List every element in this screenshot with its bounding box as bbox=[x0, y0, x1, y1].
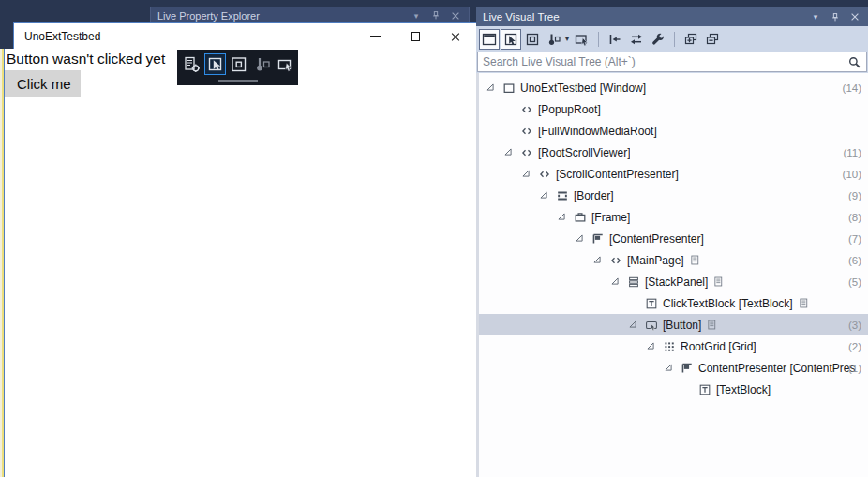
xml-element-icon bbox=[608, 253, 623, 268]
search-icon[interactable] bbox=[847, 55, 866, 69]
presenter-element-icon bbox=[591, 231, 606, 246]
window-position-caret-icon[interactable]: ▾ bbox=[810, 10, 821, 23]
preview-selection-icon[interactable] bbox=[275, 53, 296, 75]
tree-node-label: UnoExtTestbed [Window] bbox=[520, 82, 646, 95]
tree-row[interactable]: [MainPage](6) bbox=[479, 249, 868, 271]
tree-row[interactable]: [ContentPresenter](7) bbox=[479, 228, 868, 249]
toolbar-separator bbox=[598, 32, 599, 47]
go-to-live-visual-tree-icon[interactable] bbox=[181, 53, 202, 75]
expander-icon[interactable] bbox=[485, 82, 501, 95]
close-icon[interactable] bbox=[849, 10, 861, 23]
tree-node-label: [PopupRoot] bbox=[538, 103, 601, 116]
preview-selection-icon[interactable] bbox=[572, 29, 592, 50]
tree-row[interactable]: [PopupRoot] bbox=[479, 98, 868, 120]
dropdown-caret-icon[interactable]: ▾ bbox=[565, 35, 569, 43]
source-document-icon[interactable] bbox=[798, 297, 810, 309]
tree-node-label: ContentPresenter [ContentPres bbox=[698, 362, 855, 375]
visual-tree-list: UnoExtTestbed [Window](14)[PopupRoot][Fu… bbox=[476, 73, 868, 477]
expander-icon[interactable] bbox=[538, 189, 555, 202]
descendant-count: (11) bbox=[843, 147, 861, 158]
tree-node-label: [ScrollContentPresenter] bbox=[556, 168, 679, 181]
live-visual-tree-titlebar[interactable]: Live Visual Tree ▾ bbox=[476, 7, 868, 26]
app-window-titlebar[interactable]: UnoExtTestbed bbox=[13, 22, 477, 50]
close-icon[interactable] bbox=[450, 9, 461, 22]
tree-row[interactable]: [ScrollContentPresenter](10) bbox=[479, 163, 868, 185]
tree-row[interactable]: [TextBlock] bbox=[479, 379, 868, 400]
expander-icon[interactable] bbox=[520, 168, 537, 181]
descendant-count: (14) bbox=[843, 82, 861, 94]
window-position-caret-icon[interactable]: ▾ bbox=[411, 9, 422, 22]
enable-selection-icon[interactable] bbox=[204, 53, 226, 75]
expander-icon[interactable] bbox=[502, 146, 519, 159]
pin-icon[interactable] bbox=[430, 9, 441, 22]
enable-selection-icon[interactable] bbox=[501, 29, 521, 50]
descendant-count: (6) bbox=[848, 255, 861, 266]
pin-icon[interactable] bbox=[830, 10, 841, 23]
collapse-all-icon[interactable] bbox=[605, 29, 625, 50]
frame-element-icon bbox=[573, 210, 588, 225]
new-window-icon[interactable] bbox=[681, 29, 701, 50]
expander-spacer bbox=[502, 103, 519, 116]
tree-row[interactable]: [FullWindowMediaRoot] bbox=[479, 120, 868, 142]
in-app-debug-toolbar bbox=[177, 50, 298, 85]
tree-row[interactable]: [Border](9) bbox=[479, 185, 868, 206]
debug-toolbar-grip[interactable] bbox=[218, 80, 258, 82]
window-element-icon bbox=[501, 81, 516, 96]
tree-node-label: RootGrid [Grid] bbox=[681, 340, 756, 353]
tree-row[interactable]: [RootScrollViewer](11) bbox=[479, 142, 868, 163]
live-property-explorer-panel: Live Property Explorer ▾ bbox=[150, 7, 470, 23]
live-visual-tree-panel: Live Visual Tree ▾ ▾ Search Live Visual … bbox=[476, 7, 868, 477]
tree-row[interactable]: [Button](3) bbox=[479, 314, 868, 335]
tree-row[interactable]: UnoExtTestbed [Window](14) bbox=[479, 77, 868, 98]
expander-icon[interactable] bbox=[627, 319, 644, 332]
button-element-icon bbox=[644, 318, 659, 333]
search-input[interactable]: Search Live Visual Tree (Alt+`) bbox=[478, 55, 847, 68]
expander-icon[interactable] bbox=[556, 211, 573, 224]
show-app-preview-icon[interactable] bbox=[479, 29, 500, 50]
expander-icon[interactable] bbox=[609, 276, 626, 289]
display-layout-adorners-icon[interactable] bbox=[522, 29, 543, 50]
minimize-icon bbox=[370, 36, 381, 37]
minimize-button[interactable] bbox=[369, 31, 381, 42]
tree-row[interactable]: ClickTextBlock [TextBlock] bbox=[479, 292, 868, 314]
presenter-element-icon bbox=[680, 361, 695, 376]
tree-row[interactable]: ContentPresenter [ContentPres(1) bbox=[479, 357, 868, 379]
live-property-explorer-title: Live Property Explorer bbox=[151, 10, 411, 22]
descendant-count: (7) bbox=[848, 233, 861, 245]
source-document-icon[interactable] bbox=[706, 319, 718, 331]
border-element-icon bbox=[555, 188, 570, 203]
descendant-count: (8) bbox=[848, 212, 861, 223]
app-window: Button wasn't clicked yet Click me bbox=[4, 49, 477, 477]
vs-debug-screen: Live Property Explorer ▾ UnoExtTestbed B… bbox=[0, 0, 868, 477]
refresh-icon[interactable] bbox=[626, 29, 647, 50]
app-window-title: UnoExtTestbed bbox=[14, 30, 369, 43]
search-box[interactable]: Search Live Visual Tree (Alt+`) bbox=[477, 52, 867, 72]
maximize-button[interactable] bbox=[410, 31, 421, 42]
tree-node-label: [Button] bbox=[663, 319, 701, 332]
xml-element-icon bbox=[519, 145, 534, 160]
expander-spacer bbox=[627, 297, 644, 310]
expander-icon[interactable] bbox=[645, 340, 662, 353]
click-status-textblock: Button wasn't clicked yet bbox=[7, 51, 165, 67]
remove-window-icon[interactable] bbox=[702, 29, 723, 50]
xml-element-icon bbox=[519, 124, 534, 139]
live-visual-tree-title: Live Visual Tree bbox=[476, 11, 810, 22]
track-focused-element-icon[interactable] bbox=[544, 29, 564, 50]
expander-icon[interactable] bbox=[591, 254, 608, 267]
source-document-icon[interactable] bbox=[712, 276, 725, 288]
expander-icon[interactable] bbox=[663, 362, 680, 375]
tree-node-label: [RootScrollViewer] bbox=[538, 146, 630, 159]
display-layout-adorners-icon[interactable] bbox=[228, 53, 249, 75]
track-focused-element-icon[interactable] bbox=[251, 53, 273, 75]
click-me-button[interactable]: Click me bbox=[5, 70, 81, 97]
tree-row[interactable]: [Frame](8) bbox=[479, 206, 868, 228]
settings-wrench-icon[interactable] bbox=[648, 29, 668, 50]
tree-node-label: [StackPanel] bbox=[645, 276, 708, 289]
maximize-icon bbox=[411, 32, 420, 41]
source-document-icon[interactable] bbox=[689, 254, 701, 266]
tree-row[interactable]: [StackPanel](5) bbox=[479, 271, 868, 292]
expander-icon[interactable] bbox=[574, 232, 591, 246]
tree-row[interactable]: RootGrid [Grid](2) bbox=[479, 335, 868, 357]
text-element-icon bbox=[644, 296, 659, 311]
close-button[interactable] bbox=[450, 31, 461, 42]
